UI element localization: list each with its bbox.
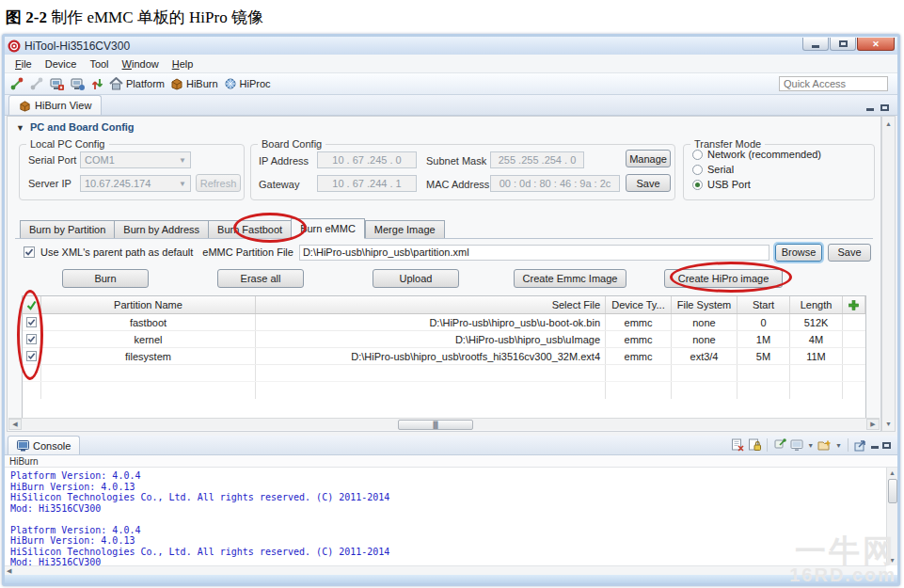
- cell-select-file[interactable]: D:\HiPro-usb\hipro_usb\uImage: [256, 331, 606, 347]
- pc-board-config-header[interactable]: ▼ PC and Board Config: [16, 121, 135, 133]
- cell-length[interactable]: 11M: [790, 348, 843, 364]
- cell-start[interactable]: 1M: [737, 331, 790, 347]
- horizontal-scrollbar[interactable]: ◀ ▐▌ ▶: [8, 418, 880, 430]
- transfer-arrows-icon[interactable]: [91, 77, 103, 91]
- cell-partition-name[interactable]: fastboot: [41, 314, 256, 330]
- col-select-file[interactable]: Select File: [256, 296, 606, 313]
- pc-upload-icon[interactable]: [71, 77, 86, 91]
- hiburn-button[interactable]: HiBurn: [170, 77, 218, 90]
- board-save-button[interactable]: Save: [626, 174, 671, 192]
- pin-console-icon[interactable]: [773, 438, 786, 452]
- burn-button[interactable]: Burn: [62, 269, 149, 288]
- cell-file-system[interactable]: none: [672, 314, 737, 330]
- connect-icon[interactable]: [10, 77, 24, 91]
- cell-start[interactable]: 5M: [737, 348, 790, 364]
- scrollbar-thumb[interactable]: ▐▌: [398, 420, 473, 430]
- maximize-view-icon[interactable]: [880, 104, 889, 111]
- console-output-area[interactable]: Platform Version: 4.0.4HiBurn Version: 4…: [5, 468, 897, 575]
- display-console-icon[interactable]: [790, 439, 803, 452]
- cell-select-file[interactable]: D:\HiPro-usb\hipro_usb\rootfs_hi3516cv30…: [256, 348, 606, 364]
- partition-save-button[interactable]: Save: [828, 244, 871, 262]
- scroll-up-icon[interactable]: ▲: [887, 468, 897, 478]
- ip-address-field[interactable]: 10 . 67 .245 . 0: [317, 151, 417, 168]
- cell-device-type[interactable]: emmc: [606, 331, 672, 347]
- menu-device[interactable]: Device: [39, 56, 84, 72]
- minimize-button[interactable]: [802, 38, 829, 51]
- cell-file-system[interactable]: none: [672, 331, 737, 347]
- scroll-up-icon[interactable]: ▲: [883, 119, 894, 129]
- table-row[interactable]: fastboot D:\HiPro-usb\hipro_usb\u-boot-o…: [23, 314, 865, 331]
- server-ip-select[interactable]: 10.67.245.174 ▼: [80, 175, 191, 192]
- tab-hiburn-view[interactable]: HiBurn View: [8, 95, 102, 115]
- browse-button[interactable]: Browse: [775, 244, 822, 262]
- row-checkbox[interactable]: [26, 351, 37, 361]
- vertical-scrollbar[interactable]: ▲ ▼: [881, 116, 896, 432]
- scroll-left-icon[interactable]: ◀: [8, 419, 22, 430]
- create-hipro-image-button[interactable]: Create HiPro image: [664, 269, 783, 288]
- tab-console[interactable]: Console: [8, 436, 80, 454]
- tab-merge-image[interactable]: Merge Image: [365, 220, 445, 239]
- mac-address-field[interactable]: 00 : 0d : 80 : 46 : 9a : 2c: [490, 175, 620, 192]
- check-all-header[interactable]: [23, 296, 41, 313]
- radio-serial[interactable]: Serial: [692, 164, 734, 175]
- minimize-view-icon[interactable]: [866, 108, 874, 111]
- scroll-left-icon[interactable]: ◀: [7, 567, 11, 575]
- col-partition-name[interactable]: Partition Name: [41, 296, 256, 313]
- manage-button[interactable]: Manage: [626, 150, 671, 167]
- col-start[interactable]: Start: [737, 296, 790, 313]
- chevron-down-icon[interactable]: ▼: [807, 442, 814, 449]
- col-device-type[interactable]: Device Ty...: [606, 296, 672, 313]
- upload-button[interactable]: Upload: [373, 269, 459, 288]
- menu-tool[interactable]: Tool: [83, 56, 115, 72]
- row-checkbox[interactable]: [26, 317, 37, 327]
- maximize-view-icon[interactable]: [882, 442, 891, 449]
- row-checkbox[interactable]: [26, 334, 37, 344]
- tab-burn-emmc[interactable]: Burn eMMC: [291, 218, 365, 239]
- scroll-right-icon[interactable]: ▶: [866, 419, 880, 430]
- menu-window[interactable]: Window: [116, 56, 166, 72]
- menu-file[interactable]: File: [8, 56, 39, 72]
- open-view-icon[interactable]: [854, 439, 867, 452]
- chevron-down-icon[interactable]: ▼: [835, 442, 842, 449]
- scroll-down-icon[interactable]: ▼: [883, 419, 894, 429]
- erase-all-button[interactable]: Erase all: [217, 269, 304, 288]
- create-emmc-image-button[interactable]: Create Emmc Image: [514, 269, 626, 288]
- tab-burn-by-partition[interactable]: Burn by Partition: [20, 220, 114, 239]
- cell-file-system[interactable]: ext3/4: [672, 348, 737, 364]
- platform-button[interactable]: Platform: [109, 77, 165, 90]
- scroll-lock-icon[interactable]: [748, 438, 761, 452]
- serial-port-select[interactable]: COM1 ▼: [80, 151, 191, 168]
- cell-device-type[interactable]: emmc: [606, 348, 672, 364]
- partition-file-input[interactable]: [299, 245, 769, 261]
- tab-burn-by-address[interactable]: Burn by Address: [114, 220, 208, 239]
- add-partition-header[interactable]: [843, 296, 865, 313]
- quick-access-input[interactable]: [779, 76, 888, 91]
- scroll-down-icon[interactable]: ▼: [887, 555, 897, 565]
- console-vertical-scrollbar[interactable]: ▲ ▼: [886, 468, 897, 565]
- cell-partition-name[interactable]: kernel: [41, 331, 256, 347]
- open-console-icon[interactable]: [817, 439, 832, 452]
- pc-download-icon[interactable]: [50, 77, 65, 91]
- menu-help[interactable]: Help: [166, 56, 200, 72]
- table-row[interactable]: filesystem D:\HiPro-usb\hipro_usb\rootfs…: [23, 348, 865, 365]
- minimize-view-icon[interactable]: [871, 446, 879, 449]
- cell-device-type[interactable]: emmc: [606, 314, 672, 330]
- close-button[interactable]: ✕: [857, 38, 895, 51]
- col-file-system[interactable]: File System: [672, 296, 737, 313]
- maximize-button[interactable]: [830, 38, 856, 51]
- col-length[interactable]: Length: [790, 296, 843, 313]
- scrollbar-thumb[interactable]: [888, 479, 897, 503]
- cell-length[interactable]: 512K: [790, 314, 843, 330]
- cell-partition-name[interactable]: filesystem: [41, 348, 256, 364]
- disconnect-icon[interactable]: [30, 77, 44, 91]
- refresh-button[interactable]: Refresh: [196, 174, 241, 192]
- subnet-mask-field[interactable]: 255 .255 .254 . 0: [490, 151, 584, 168]
- radio-usb-port[interactable]: USB Port: [692, 179, 751, 190]
- hiproc-button[interactable]: HiProc: [224, 77, 271, 90]
- cell-length[interactable]: 4M: [790, 331, 843, 347]
- clear-console-icon[interactable]: [731, 438, 744, 452]
- use-xml-checkbox[interactable]: [24, 246, 35, 258]
- radio-network[interactable]: Network (recommended): [692, 149, 821, 160]
- cell-select-file[interactable]: D:\HiPro-usb\hipro_usb\u-boot-ok.bin: [256, 314, 606, 330]
- tab-burn-fastboot[interactable]: Burn Fastboot: [208, 220, 291, 239]
